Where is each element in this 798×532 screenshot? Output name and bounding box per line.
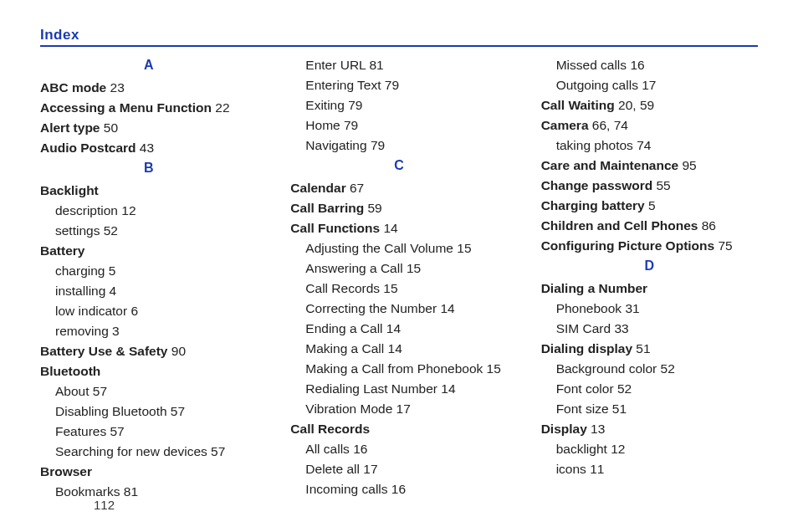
index-entry-sub: Features 57 xyxy=(40,422,257,442)
index-page: 16 xyxy=(350,442,368,456)
index-subterm: Navigating xyxy=(305,138,366,152)
index-entry-sub: Navigating 79 xyxy=(290,136,507,156)
page-number: 112 xyxy=(94,498,115,512)
index-subterm: settings xyxy=(55,223,100,238)
index-subterm: Vibration Mode xyxy=(305,402,392,416)
index-page: 16 xyxy=(388,482,407,496)
index-page: 17 xyxy=(392,402,411,416)
index-subterm: removing xyxy=(55,324,109,338)
index-entry-sub: Missed calls 16 xyxy=(541,55,758,75)
index-page: 57 xyxy=(207,444,226,458)
index-entry-sub: icons 11 xyxy=(541,459,758,479)
index-entry-sub: Delete all 17 xyxy=(290,459,507,479)
index-subterm: Exiting xyxy=(305,98,345,112)
index-entry-main: Display 13 xyxy=(541,419,758,439)
index-page: 74 xyxy=(633,138,652,152)
index-page: 14 xyxy=(380,221,398,235)
index-letter: C xyxy=(290,156,507,176)
index-subterm: charging xyxy=(55,263,105,278)
index-subterm: low indicator xyxy=(55,304,127,318)
index-entry-main: Children and Cell Phones 86 xyxy=(541,216,758,236)
index-page: 13 xyxy=(587,422,606,436)
index-entry-sub: Home 79 xyxy=(290,115,507,136)
index-subterm: Making a Call from Phonebook xyxy=(305,361,483,376)
index-subterm: Home xyxy=(305,118,340,132)
index-subterm: Outgoing calls xyxy=(556,78,638,92)
index-term: Charging battery xyxy=(541,198,645,212)
index-page: 17 xyxy=(638,78,657,92)
index-page: 81 xyxy=(120,484,139,499)
index-page: 5 xyxy=(105,263,115,278)
index-subterm: Correcting the Number xyxy=(305,301,437,315)
column-1: AABC mode 23Accessing a Menu Function 22… xyxy=(40,55,257,502)
index-term: Care and Maintenance xyxy=(541,158,679,172)
index-entry-main: Call Waiting 20, 59 xyxy=(541,95,758,115)
index-term: ABC mode xyxy=(40,80,106,95)
index-entry-main: Calendar 67 xyxy=(290,178,507,198)
index-entry-main: Accessing a Menu Function 22 xyxy=(40,98,257,118)
index-entry-sub: Background color 52 xyxy=(541,359,758,379)
index-page: 15 xyxy=(403,261,422,275)
index-subterm: All calls xyxy=(305,442,350,456)
index-subterm: backlight xyxy=(556,442,607,456)
index-page: 12 xyxy=(118,203,136,217)
index-term: Audio Postcard xyxy=(40,141,136,155)
index-page: 52 xyxy=(657,361,675,376)
index-page: 86 xyxy=(698,218,716,233)
index-page: 43 xyxy=(136,141,155,155)
index-entry-sub: Redialing Last Number 14 xyxy=(290,379,507,399)
index-page: 95 xyxy=(678,158,697,172)
index-subterm: Phonebook xyxy=(556,301,622,315)
index-subterm: description xyxy=(55,203,118,217)
index-subterm: icons xyxy=(556,462,586,476)
index-entry-main: Call Barring 59 xyxy=(290,198,507,218)
index-term: Calendar xyxy=(290,181,345,195)
index-entry-sub: Font color 52 xyxy=(541,379,758,399)
index-entry-sub: Incoming calls 16 xyxy=(290,479,507,499)
index-term: Configuring Picture Options xyxy=(541,238,715,253)
index-entry-main: Bluetooth xyxy=(40,361,257,381)
index-entry-sub: Vibration Mode 17 xyxy=(290,399,507,419)
index-subterm: SIM Card xyxy=(556,321,611,335)
index-page: 23 xyxy=(106,80,125,95)
index-page: 81 xyxy=(366,58,384,72)
index-page: 79 xyxy=(367,138,386,152)
index-page: 14 xyxy=(437,301,455,315)
index-entry-sub: low indicator 6 xyxy=(40,301,257,321)
index-entry-sub: Disabling Bluetooth 57 xyxy=(40,402,257,422)
index-entry-main: Configuring Picture Options 75 xyxy=(541,236,758,256)
index-columns: AABC mode 23Accessing a Menu Function 22… xyxy=(40,55,758,502)
index-term: Accessing a Menu Function xyxy=(40,100,212,115)
index-subterm: Delete all xyxy=(305,462,360,476)
index-subterm: Missed calls xyxy=(556,58,627,72)
index-letter: A xyxy=(40,55,257,76)
index-page: 50 xyxy=(100,120,119,135)
index-page: 6 xyxy=(127,304,138,318)
index-entry-sub: Enter URL 81 xyxy=(290,55,507,75)
index-subterm: Font size xyxy=(556,402,609,416)
index-entry-main: Call Records xyxy=(290,419,507,439)
index-subterm: Enter URL xyxy=(305,58,366,72)
index-entry-main: Dialing a Number xyxy=(541,279,758,299)
index-entry-main: Battery Use & Safety 90 xyxy=(40,341,257,361)
page-title: Index xyxy=(40,27,758,47)
index-subterm: Background color xyxy=(556,361,657,376)
index-term: Call Records xyxy=(290,422,370,436)
index-entry-sub: Correcting the Number 14 xyxy=(290,299,507,319)
index-entry-main: ABC mode 23 xyxy=(40,78,257,98)
index-term: Battery xyxy=(40,243,84,258)
index-letter: D xyxy=(541,256,758,277)
index-entry-sub: Font size 51 xyxy=(541,399,758,419)
index-term: Camera xyxy=(541,118,589,132)
index-subterm: Ending a Call xyxy=(305,321,382,335)
index-page: 57 xyxy=(167,404,186,418)
index-entry-main: Battery xyxy=(40,241,257,261)
index-subterm: Redialing Last Number xyxy=(305,381,437,396)
column-3: Missed calls 16Outgoing calls 17Call Wai… xyxy=(541,55,758,502)
index-term: Change password xyxy=(541,178,653,192)
index-entry-sub: Searching for new devices 57 xyxy=(40,442,257,462)
index-subterm: Features xyxy=(55,424,106,438)
index-term: Battery Use & Safety xyxy=(40,344,167,358)
index-entry-sub: All calls 16 xyxy=(290,439,507,459)
index-entry-sub: Call Records 15 xyxy=(290,279,507,299)
